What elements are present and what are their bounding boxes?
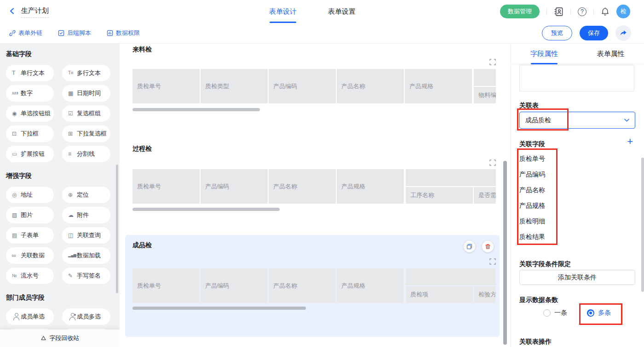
group-header-cell[interactable] xyxy=(406,268,496,285)
share-button[interactable] xyxy=(615,25,631,41)
tab-form-settings[interactable]: 表单设置 xyxy=(327,0,357,23)
field-type-item[interactable]: ☁ 附件 xyxy=(62,207,110,223)
column-header-cell[interactable]: 产品名称 xyxy=(337,69,404,103)
field-type-item[interactable]: ∞ 关联数据 xyxy=(6,247,54,264)
add-condition-button[interactable]: 添加关联条件 xyxy=(519,270,635,285)
subform-title-process-inspection[interactable]: 过程检 xyxy=(132,145,152,153)
horizontal-scrollbar[interactable] xyxy=(132,208,280,211)
radio-single-record[interactable]: 一条 xyxy=(543,309,567,317)
data-manage-button[interactable]: 数据管理 xyxy=(500,5,540,18)
field-type-item[interactable]: T≡ 多行文本 xyxy=(62,65,110,81)
column-headers: 质检单号 产品编码 产品名称 产品规格 xyxy=(132,169,404,204)
column-header-cell[interactable]: 产品规格 xyxy=(337,169,404,204)
preview-button[interactable]: 预览 xyxy=(542,26,572,40)
field-type-item[interactable]: ⊕ 定位 xyxy=(62,187,110,203)
column-header-cell[interactable]: 工序名称 xyxy=(406,187,473,204)
expand-icon[interactable] xyxy=(489,159,496,166)
radio-multiple-records[interactable]: 多条 xyxy=(587,309,611,317)
expand-icon[interactable] xyxy=(489,59,496,65)
tab-form-properties[interactable]: 表单属性 xyxy=(578,44,644,64)
field-type-item[interactable]: ⊞ 下拉复选框 xyxy=(62,125,110,142)
column-header-cell[interactable]: 质检项 xyxy=(406,286,473,303)
column-header-cell[interactable]: 质检单号 xyxy=(132,69,200,103)
column-header-cell[interactable]: 质检单号 xyxy=(132,169,200,204)
column-header-cell[interactable]: 产品编码 xyxy=(201,268,268,303)
field-recycle-bin-button[interactable]: 字段回收站 xyxy=(0,330,120,347)
horizontal-scrollbar[interactable] xyxy=(132,108,260,111)
field-type-icon: № xyxy=(12,273,21,278)
subform-table-process: 质检单号 产品编码 产品名称 产品规格 xyxy=(132,169,496,204)
page-title: 生产计划 xyxy=(21,6,49,18)
field-type-item[interactable]: ◉ 单选按钮组 xyxy=(6,105,54,122)
field-type-label: 数据加载 xyxy=(77,251,101,260)
field-type-item[interactable]: T 单行文本 xyxy=(6,65,54,81)
subform-finished-inspection-selected[interactable]: 成品检 质检单号 产品编码 xyxy=(125,235,500,337)
column-header-cell[interactable]: 质检单号 xyxy=(132,268,200,303)
field-type-item[interactable]: ☑ 复选框组 xyxy=(62,105,110,122)
add-field-icon[interactable]: + xyxy=(627,137,633,147)
tab-field-properties[interactable]: 字段属性 xyxy=(511,44,578,64)
copy-button[interactable] xyxy=(464,241,475,252)
delete-button[interactable] xyxy=(482,241,494,252)
related-field-item[interactable]: 产品名称 xyxy=(519,182,545,198)
contacts-icon[interactable] xyxy=(554,7,564,17)
basic-fields-grid: T 单行文本 T≡ 多行文本 123 数字 ▦ 日期时间 xyxy=(6,65,120,162)
field-type-label: 关联数据 xyxy=(21,251,45,260)
related-field-item[interactable]: 质检明细 xyxy=(519,213,545,229)
field-type-item[interactable]: ✎ 手写签名 xyxy=(62,267,110,284)
field-type-item[interactable]: 123 数字 xyxy=(6,85,54,102)
field-type-item[interactable]: ▂▄▆ 数据加载 xyxy=(62,247,110,264)
related-field-item[interactable]: 产品编码 xyxy=(519,166,545,182)
help-icon[interactable]: ? xyxy=(578,7,586,16)
field-type-label: 附件 xyxy=(77,211,89,219)
form-canvas: 来料检 质检单号 质检类型 产品编码 xyxy=(120,44,511,347)
subform-table-finished: 质检单号 产品编码 产品名称 产品规格 xyxy=(132,268,496,303)
field-type-item[interactable]: ▦ 日期时间 xyxy=(62,85,110,102)
field-type-item[interactable]: ◎ 地址 xyxy=(6,187,54,203)
field-name-input[interactable] xyxy=(519,65,634,91)
save-button[interactable]: 保存 xyxy=(580,26,608,40)
sidebar-scrollbar[interactable] xyxy=(116,165,118,293)
field-type-item[interactable]: ▧ 图片 xyxy=(6,207,54,223)
column-header-cell[interactable]: 产品规格 xyxy=(337,268,404,303)
external-link-button[interactable]: 表单外链 xyxy=(9,29,42,37)
horizontal-scrollbar[interactable] xyxy=(132,307,306,310)
related-table-select[interactable]: 成品质检 xyxy=(519,112,635,129)
related-field-item[interactable]: 产品规格 xyxy=(519,198,545,213)
field-type-label: 手写签名 xyxy=(77,272,101,280)
field-type-item[interactable]: ⊡ 下拉框 xyxy=(6,125,54,142)
related-field-item[interactable]: 质检结果 xyxy=(519,229,545,245)
panel-scrollbar[interactable] xyxy=(641,158,644,292)
field-type-item[interactable]: ▭ 扩展按钮 xyxy=(6,146,54,162)
field-type-item[interactable]: ≡ 分割线 xyxy=(62,146,110,162)
column-header-cell[interactable]: 产品编码 xyxy=(201,169,268,204)
column-header-cell[interactable]: 产品名称 xyxy=(269,169,336,204)
header-actions: 数据管理 ? 检 xyxy=(500,0,630,23)
field-type-item[interactable]: № 流水号 xyxy=(6,267,54,284)
column-header-cell[interactable]: 物料编码 xyxy=(474,87,496,103)
expand-icon[interactable] xyxy=(489,258,496,265)
related-field-item[interactable]: 质检单号 xyxy=(519,151,545,166)
group-header-cell[interactable] xyxy=(474,69,496,86)
column-header-cell[interactable]: 产品编码 xyxy=(269,69,336,103)
field-type-item[interactable]: ▤ 子表单 xyxy=(6,227,54,244)
notification-bell-icon[interactable] xyxy=(601,7,610,16)
backend-script-button[interactable]: 后端脚本 xyxy=(58,29,91,37)
column-header-cell[interactable]: 是否需要 xyxy=(474,187,496,204)
back-button[interactable] xyxy=(9,8,15,14)
group-header-cell[interactable] xyxy=(406,169,496,186)
column-header-cell[interactable]: 产品名称 xyxy=(269,268,336,303)
field-type-item[interactable]: 成员多选 xyxy=(62,308,110,325)
tab-form-design[interactable]: 表单设计 xyxy=(268,0,298,23)
field-type-item[interactable]: ◫ 关联查询 xyxy=(62,227,110,244)
column-header-cell[interactable]: 质检类型 xyxy=(201,69,268,103)
field-type-icon: ▂▄▆ xyxy=(68,254,77,257)
canvas-vertical-scrollbar[interactable] xyxy=(503,161,507,345)
script-icon xyxy=(58,30,64,36)
user-avatar[interactable]: 检 xyxy=(616,5,630,18)
data-permission-button[interactable]: 数据权限 xyxy=(107,29,140,37)
column-header-cell[interactable]: 检验方法 xyxy=(474,286,496,303)
field-type-item[interactable]: 成员单选 xyxy=(6,308,54,325)
column-header-cell[interactable]: 产品规格 xyxy=(405,69,472,103)
subform-title-incoming-inspection[interactable]: 来料检 xyxy=(132,46,152,54)
